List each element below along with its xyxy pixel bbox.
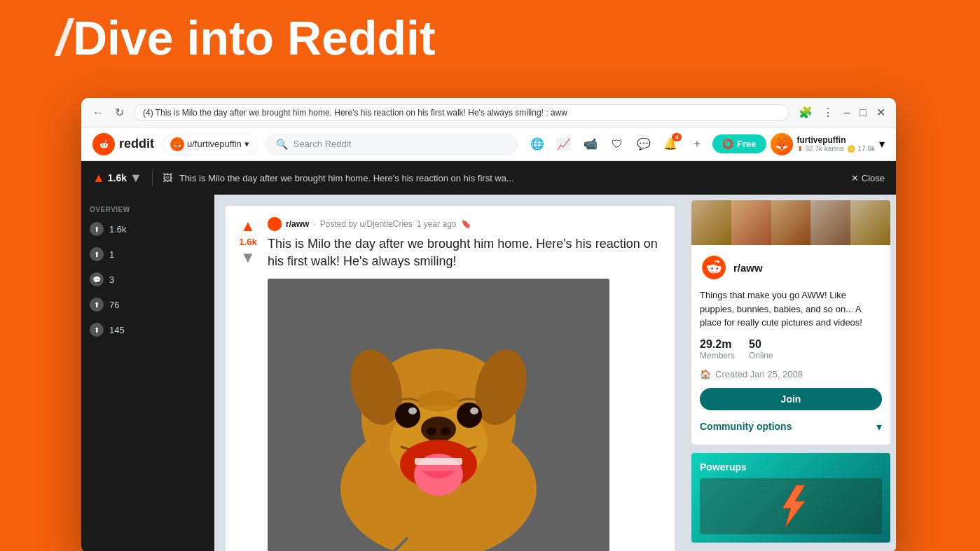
banner-divider [152, 169, 153, 186]
lightning-svg [770, 482, 812, 531]
browser-titlebar: ← ↻ (4) This is Milo the day after we br… [81, 98, 896, 127]
banner-close-button[interactable]: ✕ Close [851, 173, 885, 183]
sidebar-item-2[interactable]: 💬 3 [81, 267, 214, 292]
right-sidebar: r/aww Things that make you go AWW! Like … [686, 195, 896, 551]
free-button[interactable]: ⭕ Free [712, 134, 766, 153]
online-value: 50 [749, 338, 773, 351]
community-banner [691, 200, 890, 245]
karma-coin-icon: 🪙 [847, 145, 855, 153]
extensions-button[interactable]: 🧩 [796, 104, 815, 121]
close-button[interactable]: ✕ [874, 104, 888, 121]
reddit-logo [92, 133, 115, 155]
maximize-button[interactable]: □ [857, 104, 869, 121]
svg-rect-14 [415, 458, 462, 465]
browser-window: ← ↻ (4) This is Milo the day after we br… [81, 98, 896, 551]
header-icons: 🌐 📈 📹 🛡 💬 🔔 4 ＋ ⭕ Free 🦊 furtivepuffin ⬆ [526, 133, 885, 155]
free-label: Free [737, 139, 756, 149]
post-icon: ⬆ [90, 247, 104, 261]
username: furtivepuffin [797, 135, 876, 145]
address-bar[interactable]: (4) This is Milo the day after we brough… [134, 104, 789, 121]
explore-button[interactable]: 🌐 [526, 133, 548, 155]
subreddit-name[interactable]: r/aww [286, 219, 309, 229]
community-card: r/aww Things that make you go AWW! Like … [691, 200, 890, 445]
members-label: Members [700, 351, 735, 361]
karma-post-icon: ⬆ [797, 145, 803, 153]
reddit-logo-area[interactable]: reddit [92, 133, 154, 155]
time-ago: 1 year ago [417, 219, 457, 229]
banner-vote-count: 1.6k [108, 172, 127, 183]
sidebar-item-3[interactable]: ⬆ 76 [81, 292, 214, 317]
svg-point-10 [427, 427, 436, 435]
banner-img-2 [731, 200, 771, 245]
svg-point-18 [470, 407, 478, 414]
close-label: Close [862, 173, 885, 183]
upvote-button[interactable]: ▲ [240, 217, 256, 235]
reddit-wordmark: reddit [119, 137, 154, 151]
community-stats: 29.2m Members 50 Online [700, 338, 882, 361]
created-row: 🏠 Created Jan 25, 2008 [700, 369, 882, 379]
more-button[interactable]: ⋮ [820, 104, 836, 121]
user-selector-name: u/furtivepuffin [187, 139, 242, 149]
community-avatar [700, 253, 728, 281]
sidebar-item-1[interactable]: ⬆ 1 [81, 242, 214, 267]
post-container: ▲ 1.6k ▼ r/aww · Posted by u/DjentleCrie… [214, 195, 686, 551]
address-url: (4) This is Milo the day after we brough… [143, 108, 780, 118]
plus-button[interactable]: ＋ [686, 133, 708, 155]
post-image [268, 279, 609, 551]
refresh-button[interactable]: ↻ [112, 104, 127, 120]
notification-badge: 4 [672, 133, 682, 141]
left-sidebar: OVERVIEW ⬆ 1.6k ⬆ 1 💬 3 ⬆ 76 ⬆ 145 [81, 195, 214, 551]
search-bar[interactable]: 🔍 Search Reddit [265, 134, 518, 155]
minimize-button[interactable]: – [841, 104, 852, 121]
back-button[interactable]: ← [90, 105, 106, 120]
post-dot-sep: · [313, 219, 315, 229]
main-content: OVERVIEW ⬆ 1.6k ⬆ 1 💬 3 ⬆ 76 ⬆ 145 [81, 195, 896, 551]
downvote-button[interactable]: ▼ [240, 249, 256, 267]
award-icon: ⬆ [90, 323, 104, 337]
upvote-arrow[interactable]: ▲ [92, 171, 105, 186]
online-stat: 50 Online [749, 338, 773, 361]
community-name: r/aww [733, 262, 763, 274]
svg-point-19 [417, 391, 460, 412]
members-value: 29.2m [700, 338, 735, 351]
created-text: Created Jan 25, 2008 [715, 369, 803, 379]
banner-img-4 [810, 200, 850, 245]
downvote-arrow[interactable]: ▼ [130, 171, 142, 186]
join-button[interactable]: Join [700, 388, 882, 410]
upvote-section: ▲ 1.6k ▼ [92, 171, 142, 186]
community-info: r/aww Things that make you go AWW! Like … [691, 245, 890, 445]
comment-icon: 💬 [90, 272, 104, 286]
sidebar-item-overview[interactable]: ⬆ 1.6k [81, 216, 214, 242]
browser-actions: 🧩 ⋮ – □ ✕ [796, 104, 888, 121]
video-button[interactable]: 📹 [579, 133, 602, 155]
overview-icon: ⬆ [90, 222, 104, 236]
community-options-row[interactable]: Community options ▾ [700, 417, 882, 436]
post-body: r/aww · Posted by u/DjentleCries 1 year … [268, 217, 663, 551]
sidebar-item-label-2: 3 [109, 274, 114, 285]
post-card: ▲ 1.6k ▼ r/aww · Posted by u/DjentleCrie… [226, 206, 675, 551]
vote-column: ▲ 1.6k ▼ [237, 217, 259, 551]
trending-button[interactable]: 📈 [553, 133, 575, 155]
image-icon: 🖼 [163, 172, 172, 183]
shield-button[interactable]: 🛡 [606, 133, 628, 155]
svg-point-9 [421, 417, 456, 442]
community-options-chevron: ▾ [876, 420, 882, 433]
slash-icon: / [56, 13, 70, 63]
chat-button[interactable]: 💬 [633, 133, 655, 155]
subreddit-icon [268, 217, 282, 231]
karma-coin: 17.8k [858, 145, 875, 153]
community-header: r/aww [700, 253, 882, 281]
post-save-icon: 🔖 [461, 219, 471, 229]
post-title: This is Milo the day after we brought hi… [268, 235, 663, 270]
user-selector[interactable]: 🦊 u/furtivepuffin ▾ [163, 134, 257, 155]
members-stat: 29.2m Members [700, 338, 735, 361]
banner-img-1 [691, 200, 731, 245]
tagline-area: / Dive into Reddit [56, 13, 436, 63]
svg-point-17 [408, 407, 417, 414]
sidebar-item-4[interactable]: ⬆ 145 [81, 317, 214, 342]
notification-button[interactable]: 🔔 4 [659, 133, 682, 155]
user-avatar-small: 🦊 [170, 137, 184, 151]
karma-area: ⬆ 32.7k karma 🪙 17.8k [797, 145, 876, 153]
svg-point-11 [441, 427, 450, 435]
user-profile-area[interactable]: 🦊 furtivepuffin ⬆ 32.7k karma 🪙 17.8k ▾ [771, 133, 885, 155]
